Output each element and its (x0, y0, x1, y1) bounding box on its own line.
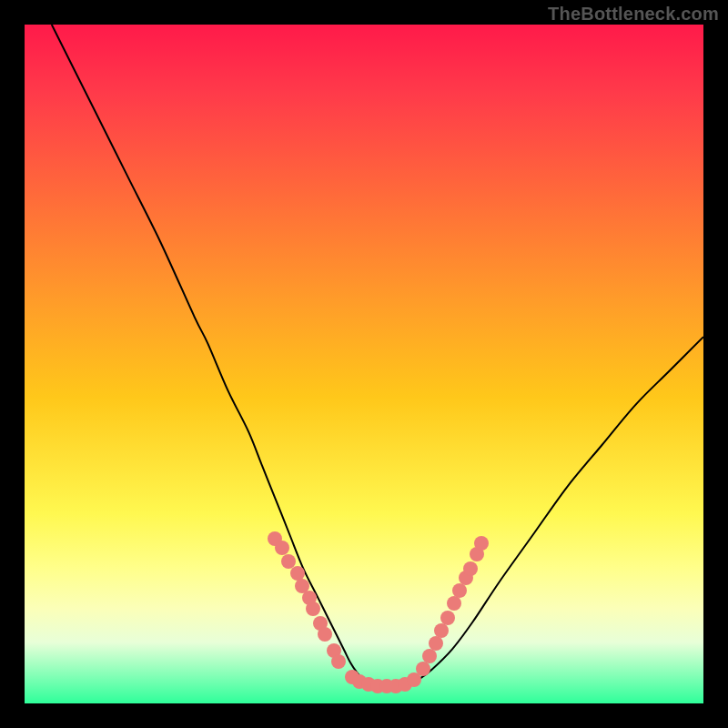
plot-area (25, 25, 703, 703)
data-point-right-cluster (434, 623, 449, 638)
data-markers (268, 531, 489, 693)
data-point-right-cluster (463, 561, 478, 576)
data-point-left-cluster (306, 602, 320, 616)
data-point-left-cluster (275, 541, 289, 555)
data-point-right-cluster (447, 596, 461, 611)
data-point-right-cluster (474, 536, 489, 551)
data-point-left-cluster (318, 627, 332, 642)
bottleneck-curve (52, 25, 703, 689)
data-point-right-cluster (422, 649, 437, 663)
data-point-left-cluster (331, 654, 346, 669)
watermark-text: TheBottleneck.com (548, 4, 719, 25)
curve-path (52, 25, 703, 689)
chart-frame: TheBottleneck.com (0, 0, 728, 728)
data-point-left-cluster (290, 566, 305, 581)
data-point-right-cluster (440, 611, 455, 625)
data-point-left-cluster (281, 554, 296, 569)
chart-svg (25, 25, 703, 703)
data-point-right-cluster (452, 583, 467, 598)
data-point-right-cluster (429, 636, 443, 651)
data-point-right-cluster (416, 662, 430, 676)
